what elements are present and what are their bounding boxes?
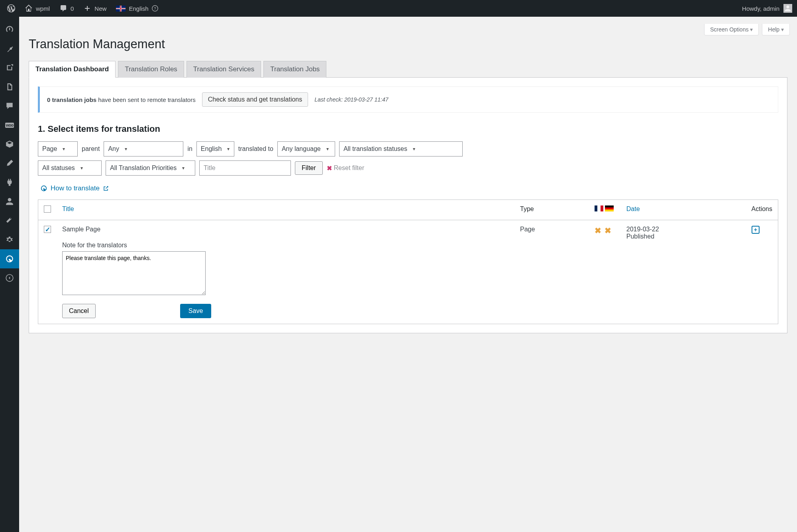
svg-text:?: ? bbox=[154, 6, 156, 10]
admin-bar: wpml 0 New English ? Howdy, admin bbox=[0, 0, 797, 17]
parent-label: parent bbox=[82, 145, 100, 153]
check-status-button[interactable]: Check status and get translations bbox=[202, 92, 308, 107]
help-circle-icon: ? bbox=[152, 5, 158, 12]
wpml-icon bbox=[5, 254, 14, 263]
woo-icon: woo bbox=[5, 123, 14, 128]
help-button[interactable]: Help bbox=[762, 24, 790, 35]
select-all-checkbox[interactable] bbox=[44, 205, 51, 213]
external-link-icon bbox=[103, 186, 109, 192]
filter-button[interactable]: Filter bbox=[295, 161, 323, 175]
header-actions: Actions bbox=[746, 200, 778, 220]
comment-icon bbox=[59, 4, 67, 12]
page-title: Translation Management bbox=[29, 37, 787, 51]
filters-row-1: Page parent Any in English translated to… bbox=[38, 141, 778, 156]
menu-woocommerce[interactable]: woo bbox=[0, 115, 19, 135]
menu-appearance[interactable] bbox=[0, 154, 19, 173]
filter-translation-status-select[interactable]: All translation statuses bbox=[339, 141, 463, 156]
menu-users[interactable] bbox=[0, 192, 19, 211]
filter-parent-select[interactable]: Any bbox=[104, 141, 183, 156]
menu-settings[interactable] bbox=[0, 230, 19, 249]
language-switcher[interactable]: English ? bbox=[111, 0, 163, 17]
reset-filter-link[interactable]: ✖ Reset filter bbox=[327, 164, 364, 172]
row-translation-status: ✖✖ bbox=[589, 220, 621, 324]
tab-translation-jobs[interactable]: Translation Jobs bbox=[263, 61, 326, 78]
site-name: wpml bbox=[36, 5, 50, 12]
wordpress-icon bbox=[7, 4, 15, 12]
plus-icon bbox=[753, 227, 758, 232]
tab-translation-roles[interactable]: Translation Roles bbox=[118, 61, 184, 78]
menu-comments[interactable] bbox=[0, 96, 19, 115]
note-area: Note for the translators Cancel Save bbox=[62, 242, 509, 318]
pin-icon bbox=[5, 44, 14, 53]
settings-icon bbox=[5, 235, 14, 244]
menu-wpml[interactable] bbox=[0, 249, 19, 268]
user-account[interactable]: Howdy, admin bbox=[742, 4, 792, 13]
items-table: Title Type Date Actions Sample Page Note… bbox=[38, 200, 778, 324]
box-icon bbox=[5, 140, 14, 149]
jobs-count: 0 translation jobs bbox=[47, 96, 96, 103]
howdy-text: Howdy, admin bbox=[742, 5, 779, 12]
menu-tools[interactable] bbox=[0, 211, 19, 230]
avatar-icon bbox=[783, 4, 792, 13]
row-type: Page bbox=[514, 220, 589, 324]
translated-to-label: translated to bbox=[238, 145, 273, 153]
filter-title-input[interactable] bbox=[199, 160, 291, 176]
tab-translation-dashboard[interactable]: Translation Dashboard bbox=[29, 61, 116, 78]
admin-menu: woo bbox=[0, 17, 19, 343]
how-to-translate-link[interactable]: How to translate bbox=[40, 184, 109, 192]
user-icon bbox=[5, 197, 14, 206]
nav-tabs: Translation Dashboard Translation Roles … bbox=[29, 61, 787, 78]
tab-translation-services[interactable]: Translation Services bbox=[186, 61, 261, 78]
menu-media[interactable] bbox=[0, 58, 19, 77]
row-checkbox[interactable] bbox=[44, 226, 51, 233]
germany-flag-icon bbox=[605, 205, 614, 211]
x-icon: ✖ bbox=[327, 164, 332, 172]
row-status: Published bbox=[626, 233, 740, 240]
filter-target-lang-select[interactable]: Any language bbox=[277, 141, 335, 156]
comments[interactable]: 0 bbox=[55, 0, 79, 17]
x-icon: ✖ bbox=[595, 226, 601, 235]
note-textarea[interactable] bbox=[62, 251, 206, 295]
header-type: Type bbox=[514, 200, 589, 220]
filter-type-select[interactable]: Page bbox=[38, 141, 78, 156]
wrench-icon bbox=[5, 216, 14, 225]
header-date[interactable]: Date bbox=[621, 200, 746, 220]
wp-logo[interactable] bbox=[2, 0, 20, 17]
filter-priority-select[interactable]: All Translation Priorities bbox=[106, 160, 195, 176]
menu-pages[interactable] bbox=[0, 77, 19, 96]
add-note-action[interactable] bbox=[752, 226, 760, 234]
menu-plugins[interactable] bbox=[0, 173, 19, 192]
last-check-text: Last check: 2019-03-27 11:47 bbox=[314, 96, 388, 103]
in-label: in bbox=[187, 145, 192, 153]
jobs-notice: 0 translation jobs have been sent to rem… bbox=[38, 86, 778, 113]
france-flag-icon bbox=[595, 205, 603, 211]
comment-icon bbox=[5, 102, 14, 110]
brush-icon bbox=[5, 159, 14, 168]
new-label: New bbox=[94, 5, 106, 12]
plugin-icon bbox=[5, 178, 14, 187]
menu-products[interactable] bbox=[0, 135, 19, 154]
jobs-suffix: have been sent to remote translators bbox=[96, 96, 195, 103]
home-icon bbox=[25, 4, 33, 12]
header-title[interactable]: Title bbox=[57, 200, 514, 220]
x-icon: ✖ bbox=[605, 226, 611, 235]
filter-status-select[interactable]: All statuses bbox=[38, 160, 102, 176]
uk-flag-icon bbox=[116, 6, 126, 12]
collapse-icon bbox=[5, 274, 14, 282]
row-title: Sample Page bbox=[62, 226, 509, 233]
wpml-small-icon bbox=[40, 185, 47, 192]
new-content[interactable]: New bbox=[79, 0, 111, 17]
comment-count: 0 bbox=[71, 5, 74, 12]
menu-collapse[interactable] bbox=[0, 268, 19, 288]
row-date: 2019-03-22 bbox=[626, 226, 740, 233]
table-header-row: Title Type Date Actions bbox=[38, 200, 778, 220]
screen-options-button[interactable]: Screen Options bbox=[704, 24, 759, 35]
media-icon bbox=[5, 63, 14, 72]
menu-posts[interactable] bbox=[0, 39, 19, 58]
dashboard-icon bbox=[5, 25, 14, 34]
save-button[interactable]: Save bbox=[180, 304, 211, 318]
menu-dashboard[interactable] bbox=[0, 20, 19, 39]
site-home[interactable]: wpml bbox=[20, 0, 55, 17]
filter-lang-select[interactable]: English bbox=[196, 141, 234, 156]
cancel-button[interactable]: Cancel bbox=[62, 304, 96, 318]
